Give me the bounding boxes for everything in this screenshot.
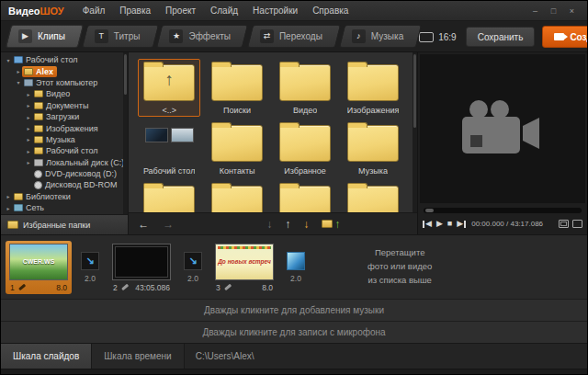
folder-cell-0[interactable]: ↑<..> (138, 59, 200, 117)
folder-cell-10[interactable] (274, 180, 336, 212)
add-file-button[interactable]: ↓ (303, 219, 309, 230)
forward-button[interactable]: → (163, 219, 174, 230)
expander-icon[interactable]: ▸ (25, 91, 32, 97)
next-frame-button[interactable]: ▶ (457, 220, 466, 228)
tree-item-0[interactable]: ▾Рабочий стол (1, 54, 128, 65)
microphone-track[interactable]: Дважды кликните для записи с микрофона (1, 321, 587, 343)
timeline-transition-1[interactable]: ↘2.0 (76, 252, 104, 283)
expander-icon[interactable]: ▸ (25, 136, 32, 142)
expander-icon[interactable]: ▾ (5, 57, 12, 63)
tree-item-7[interactable]: ▸Музыка (1, 134, 128, 145)
expander-icon[interactable]: ▸ (25, 159, 32, 165)
folder-cell-8[interactable] (138, 180, 200, 212)
stop-button[interactable]: ■ (447, 220, 452, 228)
tree-item-13[interactable]: ▸Сеть (1, 202, 128, 213)
menu-item-5[interactable]: Справка (305, 1, 356, 20)
close-button[interactable]: × (564, 3, 580, 19)
tree-label: Сеть (26, 203, 44, 212)
status-tab-1[interactable]: Шкала времени (92, 344, 184, 369)
tree-label: Дисковод BD-ROM (45, 180, 117, 189)
play-button[interactable]: ▶ (436, 220, 443, 228)
app-window: ВидеоШОУ ФайлПравкаПроектСлайдНастройкиС… (0, 0, 588, 375)
folder-cell-6[interactable]: Избранное (274, 119, 336, 177)
tree-item-9[interactable]: ▸Локальный диск (C:) (1, 157, 128, 168)
folder-shape (143, 186, 195, 212)
slide-thumb-text: До новых встреч (218, 258, 271, 265)
net-icon (14, 204, 23, 211)
tree-scrollbar-thumb[interactable] (124, 54, 127, 95)
folder-cell-1[interactable]: Поиски (206, 59, 268, 117)
grid-scrollbar[interactable] (413, 52, 417, 212)
menu-item-0[interactable]: Файл (75, 1, 113, 20)
desktop-icon (14, 56, 23, 63)
music-track[interactable]: Дважды кликните для добавления музыки (1, 299, 587, 321)
edit-pencil-icon[interactable] (18, 284, 26, 290)
menu-item-3[interactable]: Слайд (203, 1, 245, 20)
tab-3[interactable]: ⇄Переходы (250, 25, 338, 48)
tree-item-2[interactable]: ▾Этот компьютер (1, 77, 128, 88)
expander-icon[interactable]: ▸ (25, 102, 32, 108)
slide-thumb-text: СWER.WS (23, 258, 55, 265)
expander-icon[interactable]: ▾ (15, 79, 22, 85)
folder-cell-4[interactable]: Рабочий стол (138, 119, 200, 177)
expander-icon[interactable]: ▸ (25, 148, 32, 154)
grid-scrollbar-thumb[interactable] (413, 54, 416, 128)
edit-pencil-icon[interactable] (121, 284, 129, 290)
aspect-ratio-control[interactable]: 16:9 (419, 32, 456, 42)
playhead[interactable] (425, 209, 434, 212)
menu-item-2[interactable]: Проект (158, 1, 203, 20)
menu-item-1[interactable]: Правка (112, 1, 158, 20)
tab-4[interactable]: ♪Музыка (342, 25, 419, 48)
expander-icon[interactable]: ▸ (5, 193, 12, 199)
topbar-actions: 16:9 Сохранить Создать (419, 26, 588, 51)
maximize-button[interactable]: □ (546, 3, 561, 19)
tree-label: DVD-дисковод (D:) (45, 169, 117, 178)
back-button[interactable]: ← (138, 219, 149, 230)
tree-item-10[interactable]: DVD-дисковод (D:) (1, 168, 128, 179)
tree-item-3[interactable]: ▸Видео (1, 88, 128, 99)
tab-1[interactable]: TТитры (85, 25, 156, 48)
tree-item-6[interactable]: ▸Изображения (1, 122, 128, 133)
status-tab-0[interactable]: Шкала слайдов (1, 344, 92, 369)
edit-pencil-icon[interactable] (224, 284, 232, 290)
folder-shape (211, 125, 263, 162)
tree-item-4[interactable]: ▸Документы (1, 100, 128, 111)
folder-cell-7[interactable]: Музыка (342, 119, 404, 177)
fullscreen-icon[interactable] (572, 220, 582, 228)
expander-icon[interactable]: ▸ (25, 125, 32, 131)
move-down-button[interactable]: ↓ (266, 219, 272, 230)
fit-screen-icon[interactable] (559, 220, 569, 228)
tree-scrollbar[interactable] (123, 52, 128, 214)
add-folder-button[interactable]: ↑ (322, 219, 340, 230)
favorites-button[interactable]: Избранные папки (1, 214, 128, 234)
timeline-slide-1[interactable]: СWER.WS18.0 (6, 241, 72, 294)
move-up-button[interactable]: ↑ (285, 219, 290, 230)
timeline-slide-2[interactable]: 243:05.086 (108, 241, 175, 294)
timeline-transition-3[interactable]: ↘2.0 (179, 252, 207, 283)
expander-icon[interactable]: ▸ (5, 205, 12, 211)
expander-icon[interactable]: ▸ (25, 114, 32, 120)
tree-item-12[interactable]: ▸Библиотеки (1, 191, 128, 202)
folder-cell-2[interactable]: Видео (274, 59, 336, 117)
prev-frame-button[interactable]: ◀ (423, 220, 432, 228)
menu-item-4[interactable]: Настройки (245, 1, 305, 20)
brand-part-1: Видео (8, 6, 40, 17)
tree-item-1[interactable]: ▸Alex (1, 65, 128, 76)
save-button[interactable]: Сохранить (466, 27, 536, 47)
tree-item-8[interactable]: ▸Рабочий стол (1, 145, 128, 156)
seek-bar[interactable] (424, 208, 582, 213)
folder-cell-9[interactable] (206, 180, 268, 212)
minimize-button[interactable]: – (527, 3, 543, 19)
folder-cell-5[interactable]: Контакты (206, 119, 268, 177)
folder-cell-3[interactable]: Изображения (342, 59, 404, 117)
transition-arrow-icon: ↘ (85, 256, 94, 266)
expander-icon[interactable]: ▸ (15, 68, 22, 74)
folder-cell-11[interactable] (342, 180, 404, 212)
timeline-slide-3[interactable]: До новых встреч38.0 (211, 241, 277, 294)
tree-item-5[interactable]: ▸Загрузки (1, 111, 128, 122)
create-button[interactable]: Создать (542, 26, 588, 48)
timeline-transition-5[interactable]: 2.0 (282, 252, 310, 283)
tab-0[interactable]: ▶Клипы (8, 25, 81, 48)
tree-item-11[interactable]: Дисковод BD-ROM (1, 179, 128, 190)
tab-2[interactable]: ★Эффекты (159, 25, 245, 48)
